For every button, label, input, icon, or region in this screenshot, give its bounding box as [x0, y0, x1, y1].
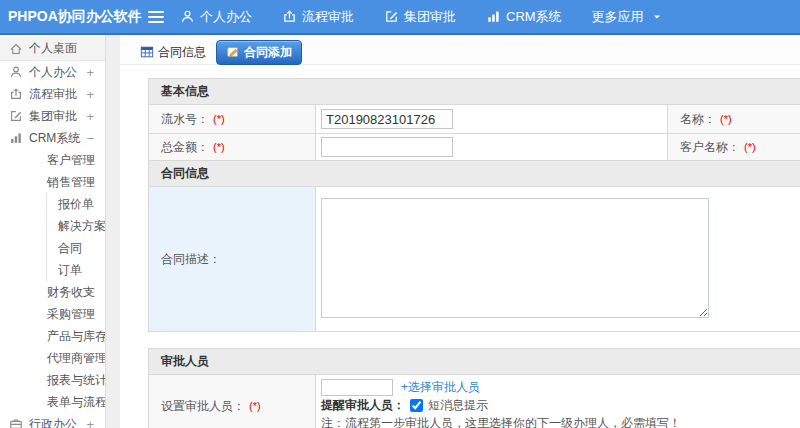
sidebar-item-purchase-mgmt[interactable]: 采购管理+ [0, 303, 105, 325]
top-nav: 个人办公流程审批集团审批CRM系统更多应用 [180, 8, 663, 26]
choose-approver-link[interactable]: +选择审批人员 [401, 379, 480, 396]
total-amount-input[interactable] [321, 137, 453, 157]
expand-plus-icon: + [86, 307, 94, 322]
edit-icon [9, 109, 23, 123]
tab-contract-info[interactable]: 合同信息 [138, 41, 208, 64]
sidebar-item-label: 个人桌面 [29, 40, 77, 57]
nav-item-personal-office[interactable]: 个人办公 [180, 8, 252, 26]
sidebar-item-workflow-approval[interactable]: 流程审批+ [0, 83, 105, 105]
nav-item-label: 个人办公 [200, 8, 252, 26]
approval-note: 注：流程第一步审批人员，这里选择你的下一级办理人，必需填写！ [321, 415, 800, 428]
approver-input[interactable] [321, 379, 393, 396]
contract-description-textarea[interactable] [321, 198, 709, 318]
sidebar-item-label: CRM系统 [29, 130, 80, 147]
caret-icon [651, 11, 663, 23]
top-header: PHPOA协同办公软件 个人办公流程审批集团审批CRM系统更多应用 [0, 0, 800, 35]
sidebar-item-finance[interactable]: 财务收支+ [0, 281, 105, 303]
nav-item-more-apps[interactable]: 更多应用 [592, 8, 663, 26]
serial-number-input[interactable] [321, 109, 453, 129]
expand-plus-icon: + [86, 65, 94, 80]
tab-label: 合同信息 [158, 44, 206, 61]
nav-item-label: 集团审批 [404, 8, 456, 26]
required-mark: (*) [213, 141, 225, 153]
sidebar-subgroup: 报价单解决方案合同订单 [46, 193, 105, 281]
sidebar-item-group-approval[interactable]: 集团审批+ [0, 105, 105, 127]
nav-item-workflow-approval[interactable]: 流程审批 [282, 8, 354, 26]
tab-contract-add[interactable]: 合同添加 [216, 40, 302, 65]
expand-plus-icon: + [86, 329, 94, 344]
sidebar-item-order[interactable]: 订单 [47, 259, 105, 281]
customer-name-label: 客户名称：(*) [668, 134, 800, 161]
sidebar-item-admin-office[interactable]: 行政办公+ [0, 413, 105, 428]
sidebar-item-customer-mgmt[interactable]: 客户管理+ [0, 149, 105, 171]
sidebar-item-report-stats[interactable]: 报表与统计 [0, 369, 105, 391]
basic-info-table: 基本信息 流水号：(*) 名称：(*) 总金额：(*) [148, 78, 800, 332]
flow-icon [282, 9, 297, 24]
table-icon [140, 45, 154, 59]
nav-item-label: CRM系统 [506, 8, 562, 26]
sidebar-item-agent-mgmt[interactable]: 代理商管理+ [0, 347, 105, 369]
chart-icon [486, 9, 501, 24]
section-title-contract: 合同信息 [149, 161, 800, 187]
sidebar-item-personal-desktop[interactable]: 个人桌面 [0, 37, 105, 61]
home-icon [9, 42, 23, 56]
sidebar-item-sales-mgmt[interactable]: 销售管理− [0, 171, 105, 193]
sidebar-item-contract[interactable]: 合同 [47, 237, 105, 259]
approval-table: 审批人员 设置审批人员：(*) +选择审批人员 提醒审批人员： 短消息提示 注： [148, 348, 800, 428]
sidebar-item-form-flow-setting[interactable]: 表单与流程设置+ [0, 391, 105, 413]
tab-bar: 合同信息合同添加 [120, 35, 800, 65]
collapse-minus-icon: − [86, 175, 94, 190]
app-logo: PHPOA协同办公软件 [0, 8, 138, 26]
nav-item-crm-system[interactable]: CRM系统 [486, 8, 562, 26]
expand-plus-icon: + [86, 351, 94, 366]
nav-item-group-approval[interactable]: 集团审批 [384, 8, 456, 26]
nav-item-label: 更多应用 [592, 8, 644, 26]
expand-plus-icon: + [86, 87, 94, 102]
required-mark: (*) [249, 400, 261, 412]
main-content: 合同信息合同添加 基本信息 流水号：(*) 名称：(*) 总金额：(*) [120, 35, 800, 428]
expand-plus-icon: + [86, 109, 94, 124]
sidebar-item-label: 产品与库存 [47, 328, 106, 345]
collapse-minus-icon: − [86, 131, 94, 146]
required-mark: (*) [720, 113, 732, 125]
sidebar-item-solution[interactable]: 解决方案 [47, 215, 105, 237]
tab-label: 合同添加 [244, 44, 292, 61]
sms-remind-label: 短消息提示 [428, 397, 488, 414]
contract-form: 基本信息 流水号：(*) 名称：(*) 总金额：(*) [148, 78, 800, 428]
pencil-icon [226, 45, 240, 59]
expand-plus-icon: + [86, 153, 94, 168]
sidebar-item-label: 流程审批 [29, 86, 77, 103]
sidebar-item-quotation[interactable]: 报价单 [47, 193, 105, 215]
sidebar-item-product-stock[interactable]: 产品与库存+ [0, 325, 105, 347]
sidebar-item-label: 报价单 [58, 196, 94, 213]
sidebar-item-personal-office[interactable]: 个人办公+ [0, 61, 105, 83]
expand-plus-icon: + [86, 395, 94, 410]
serial-number-label: 流水号：(*) [149, 105, 316, 134]
expand-plus-icon: + [86, 285, 94, 300]
remind-approver-label: 提醒审批人员： [321, 397, 405, 414]
edit-icon [384, 9, 399, 24]
user-icon [9, 65, 23, 79]
required-mark: (*) [744, 141, 756, 153]
sidebar-item-label: 报表与统计 [47, 372, 106, 389]
name-label: 名称：(*) [668, 105, 800, 134]
section-title-basic: 基本信息 [149, 79, 800, 105]
user-icon [180, 9, 195, 24]
sidebar-item-label: 解决方案 [58, 218, 106, 235]
flow-icon [9, 87, 23, 101]
nav-item-label: 流程审批 [302, 8, 354, 26]
sms-remind-checkbox[interactable] [410, 399, 423, 412]
chart-icon [9, 131, 23, 145]
brief-icon [9, 417, 23, 428]
sidebar-item-crm-system[interactable]: CRM系统− [0, 127, 105, 149]
sidebar-item-label: 集团审批 [29, 108, 77, 125]
expand-plus-icon: + [86, 417, 94, 428]
contract-description-label: 合同描述： [149, 187, 316, 332]
required-mark: (*) [213, 113, 225, 125]
total-amount-label: 总金额：(*) [149, 134, 316, 161]
sidebar-item-label: 个人办公 [29, 64, 77, 81]
set-approver-label: 设置审批人员：(*) [149, 375, 316, 428]
sidebar-item-label: 表单与流程设置 [47, 394, 106, 411]
sidebar: 个人桌面个人办公+流程审批+集团审批+CRM系统−客户管理+销售管理−报价单解决… [0, 35, 106, 428]
hamburger-menu-icon[interactable] [148, 8, 164, 26]
